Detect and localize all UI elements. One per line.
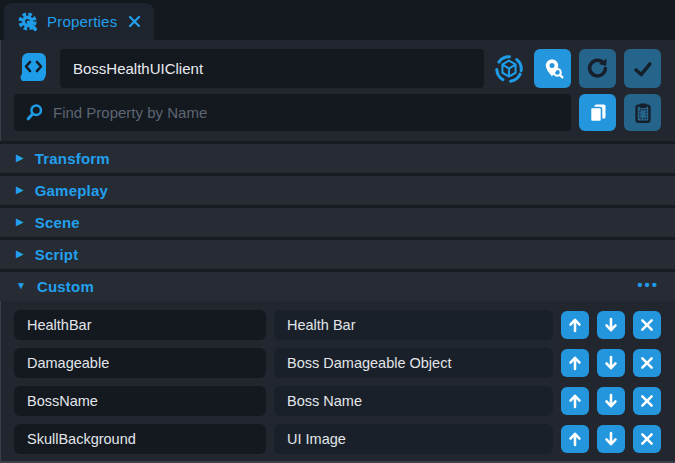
section-label: Custom xyxy=(37,278,94,295)
copy-icon xyxy=(586,101,610,125)
arrow-up-icon xyxy=(566,354,584,372)
caret-right-icon: ▶ xyxy=(16,249,24,259)
script-name-input[interactable] xyxy=(60,49,484,88)
search-icon xyxy=(25,103,44,122)
move-up-button[interactable] xyxy=(561,311,589,339)
tab-properties[interactable]: Properties xyxy=(4,3,154,40)
section-label: Scene xyxy=(35,214,80,231)
move-up-button[interactable] xyxy=(561,425,589,453)
x-icon xyxy=(639,355,655,371)
section-label: Script xyxy=(35,246,79,263)
section-transform[interactable]: ▶ Transform xyxy=(0,141,675,173)
custom-property-row: Health Bar xyxy=(14,310,661,340)
ellipsis-menu-icon[interactable]: ••• xyxy=(637,276,659,293)
custom-property-row: Boss Damageable Object xyxy=(14,348,661,378)
delete-property-button[interactable] xyxy=(633,425,661,453)
caret-right-icon: ▶ xyxy=(16,217,24,227)
move-up-button[interactable] xyxy=(561,349,589,377)
search-row: Find Property by Name xyxy=(14,94,661,131)
property-name-input[interactable] xyxy=(14,386,266,416)
script-name-row xyxy=(14,49,661,88)
pin-search-icon xyxy=(541,57,565,81)
x-icon xyxy=(639,317,655,333)
property-value-field[interactable]: UI Image xyxy=(274,424,553,454)
networked-cube-icon xyxy=(492,53,526,85)
script-icon xyxy=(14,50,52,88)
move-down-button[interactable] xyxy=(597,387,625,415)
move-down-button[interactable] xyxy=(597,311,625,339)
caret-right-icon: ▶ xyxy=(16,185,24,195)
tab-bar: Properties xyxy=(0,0,675,40)
delete-property-button[interactable] xyxy=(633,311,661,339)
custom-property-row: Boss Name xyxy=(14,386,661,416)
tab-title: Properties xyxy=(47,13,117,30)
property-name-input[interactable] xyxy=(14,424,266,454)
delete-property-button[interactable] xyxy=(633,387,661,415)
delete-property-button[interactable] xyxy=(633,349,661,377)
arrow-down-icon xyxy=(602,392,620,410)
gear-wrench-icon xyxy=(17,11,38,32)
reset-icon xyxy=(585,56,610,81)
section-gameplay[interactable]: ▶ Gameplay xyxy=(0,173,675,205)
panel-body: Find Property by Name ▶ Transform xyxy=(0,40,675,463)
section-scene[interactable]: ▶ Scene xyxy=(0,205,675,237)
find-in-scene-button[interactable] xyxy=(534,49,571,88)
search-placeholder: Find Property by Name xyxy=(53,104,207,121)
property-value-field[interactable]: Boss Damageable Object xyxy=(274,348,553,378)
section-label: Transform xyxy=(35,150,110,167)
reset-button[interactable] xyxy=(579,49,616,88)
paste-icon xyxy=(631,101,655,125)
move-up-button[interactable] xyxy=(561,387,589,415)
arrow-up-icon xyxy=(566,316,584,334)
properties-panel: Properties xyxy=(0,0,675,463)
close-icon[interactable] xyxy=(128,15,141,28)
copy-properties-button[interactable] xyxy=(579,94,616,131)
custom-properties-list: Health Bar Boss Damageable Object xyxy=(0,301,675,454)
property-name-input[interactable] xyxy=(14,348,266,378)
property-name-input[interactable] xyxy=(14,310,266,340)
x-icon xyxy=(639,431,655,447)
search-input[interactable]: Find Property by Name xyxy=(14,94,571,131)
section-list: ▶ Transform ▶ Gameplay ▶ Scene ▶ Script … xyxy=(0,141,675,301)
x-icon xyxy=(639,393,655,409)
arrow-down-icon xyxy=(602,354,620,372)
apply-button[interactable] xyxy=(624,49,661,88)
caret-right-icon: ▶ xyxy=(16,153,24,163)
custom-property-row: UI Image xyxy=(14,424,661,454)
check-icon xyxy=(631,57,655,81)
move-down-button[interactable] xyxy=(597,425,625,453)
arrow-down-icon xyxy=(602,430,620,448)
property-value-field[interactable]: Health Bar xyxy=(274,310,553,340)
property-value-field[interactable]: Boss Name xyxy=(274,386,553,416)
section-script[interactable]: ▶ Script xyxy=(0,237,675,269)
move-down-button[interactable] xyxy=(597,349,625,377)
arrow-up-icon xyxy=(566,392,584,410)
caret-down-icon: ▼ xyxy=(16,281,26,291)
arrow-up-icon xyxy=(566,430,584,448)
section-custom[interactable]: ▼ Custom ••• xyxy=(0,269,675,301)
paste-properties-button[interactable] xyxy=(624,94,661,131)
arrow-down-icon xyxy=(602,316,620,334)
section-label: Gameplay xyxy=(35,182,108,199)
